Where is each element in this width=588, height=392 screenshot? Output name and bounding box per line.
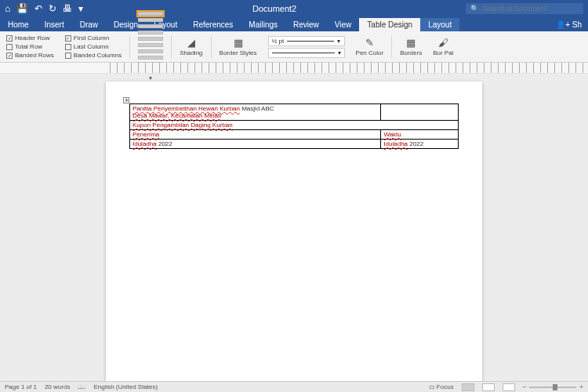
document-canvas: ✥ Panitia Penyembelihan Hewan Kurban Mas…: [0, 74, 588, 383]
home-icon[interactable]: ⌂: [5, 4, 10, 13]
pen-icon: ✎: [365, 37, 374, 49]
document-table[interactable]: Panitia Penyembelihan Hewan Kurban Masji…: [129, 103, 459, 149]
zoom-slider[interactable]: − +: [523, 383, 583, 390]
table-styles-gallery[interactable]: ▾: [135, 33, 166, 60]
table-style-thumb[interactable]: [138, 49, 163, 53]
tab-home[interactable]: Home: [0, 18, 37, 31]
table-style-thumb[interactable]: [138, 24, 163, 28]
print-icon[interactable]: 🖶: [63, 4, 72, 13]
opt-total-row[interactable]: Total Row: [6, 43, 54, 50]
title-bar: ⌂ 💾 ↶ ↻ 🖶 ▾ Document2 🔍: [0, 0, 588, 17]
opt-first-column[interactable]: ✓First Column: [65, 34, 122, 42]
zoom-in-icon[interactable]: +: [579, 383, 583, 390]
gallery-more-icon[interactable]: ▾: [149, 74, 152, 82]
search-icon: 🔍: [470, 5, 479, 13]
chevron-down-icon: ▾: [337, 38, 340, 45]
share-button[interactable]: 👤+ Sh: [550, 18, 588, 31]
cell-r3c1[interactable]: Penerima: [130, 130, 381, 140]
page: ✥ Panitia Penyembelihan Hewan Kurban Mas…: [106, 82, 482, 383]
redo-icon[interactable]: ↻: [49, 4, 56, 13]
tab-view[interactable]: View: [327, 18, 360, 31]
status-bar: Page 1 of 1 20 words 📖 English (United S…: [0, 381, 588, 392]
table-style-thumb[interactable]: [138, 37, 163, 41]
opt-header-row[interactable]: ✓Header Row: [6, 34, 54, 42]
painter-icon: 🖌: [438, 37, 448, 49]
border-styles-button[interactable]: ▦Border Styles: [216, 33, 260, 60]
bucket-icon: ◢: [187, 37, 195, 49]
chevron-down-icon: ▾: [338, 49, 341, 56]
status-words[interactable]: 20 words: [45, 383, 70, 390]
borders-icon: ▦: [406, 37, 416, 49]
pen-color-button[interactable]: ✎Pen Color: [353, 33, 387, 60]
horizontal-ruler[interactable]: [0, 63, 588, 74]
tab-insert[interactable]: Insert: [37, 18, 72, 31]
focus-mode-button[interactable]: ▭ Focus: [429, 383, 454, 390]
tab-table-layout[interactable]: Layout: [420, 18, 459, 31]
table-move-handle[interactable]: ✥: [123, 97, 129, 103]
cell-r4c1[interactable]: Iduladha 2022: [130, 140, 381, 149]
text-spellerror: Desa Mawar, Kecamatan Melati: [132, 112, 221, 119]
search-input[interactable]: [482, 5, 579, 13]
border-style-icon: ▦: [234, 37, 243, 49]
opt-banded-rows[interactable]: ✓Banded Rows: [6, 52, 54, 59]
text-spellerror: Panitia Penyembelihan Hewan Kurban: [132, 105, 240, 112]
table-style-options-left: ✓Header Row Total Row ✓Banded Rows: [3, 33, 57, 60]
borders-button[interactable]: ▦Borders: [397, 33, 425, 60]
table-style-thumb[interactable]: [138, 43, 163, 47]
status-language[interactable]: English (United States): [93, 383, 158, 390]
opt-banded-columns[interactable]: Banded Columns: [65, 52, 122, 59]
view-web-layout[interactable]: [482, 383, 495, 391]
status-page[interactable]: Page 1 of 1: [5, 383, 37, 390]
undo-icon[interactable]: ↶: [34, 4, 42, 13]
cell-r4c2[interactable]: Iduladha 2022: [381, 140, 459, 149]
line-weight-group: ½ pt▾ ▾: [265, 33, 348, 60]
ribbon-tabs: Home Insert Draw Design Layout Reference…: [0, 17, 588, 31]
ribbon-content: ✓Header Row Total Row ✓Banded Rows ✓Firs…: [0, 31, 588, 63]
view-outline[interactable]: [503, 383, 515, 391]
zoom-out-icon[interactable]: −: [523, 383, 527, 390]
opt-last-column[interactable]: Last Column: [65, 43, 122, 50]
line-weight-selector[interactable]: ½ pt▾: [268, 36, 345, 46]
tab-mailings[interactable]: Mailings: [241, 18, 285, 31]
table-style-thumb[interactable]: [138, 18, 163, 22]
shading-button[interactable]: ◢Shading: [176, 33, 205, 60]
tab-table-design[interactable]: Table Design: [359, 18, 420, 31]
line-style-selector[interactable]: ▾: [268, 48, 345, 58]
quick-access-toolbar: ⌂ 💾 ↶ ↻ 🖶 ▾: [5, 4, 83, 13]
cell-r1c2[interactable]: [381, 104, 459, 121]
view-print-layout[interactable]: [462, 383, 474, 391]
tab-review[interactable]: Review: [285, 18, 327, 31]
save-icon[interactable]: 💾: [16, 4, 28, 13]
tab-references[interactable]: References: [185, 18, 241, 31]
cell-r2[interactable]: Kupon Pengambilan Daging Kurban: [130, 121, 459, 130]
tab-draw[interactable]: Draw: [72, 18, 106, 31]
border-painter-button[interactable]: 🖌Bor Pai: [430, 33, 456, 60]
table-style-options-right: ✓First Column Last Column Banded Columns: [62, 33, 125, 60]
search-box[interactable]: 🔍: [466, 3, 583, 14]
cell-r3c2[interactable]: Waktu: [381, 130, 459, 140]
spellcheck-icon[interactable]: 📖: [78, 383, 85, 390]
cell-r1c1[interactable]: Panitia Penyembelihan Hewan Kurban Masji…: [130, 104, 381, 121]
table-style-thumb[interactable]: [138, 12, 163, 16]
table-style-thumb[interactable]: [138, 56, 163, 60]
table-style-thumb[interactable]: [138, 31, 163, 34]
